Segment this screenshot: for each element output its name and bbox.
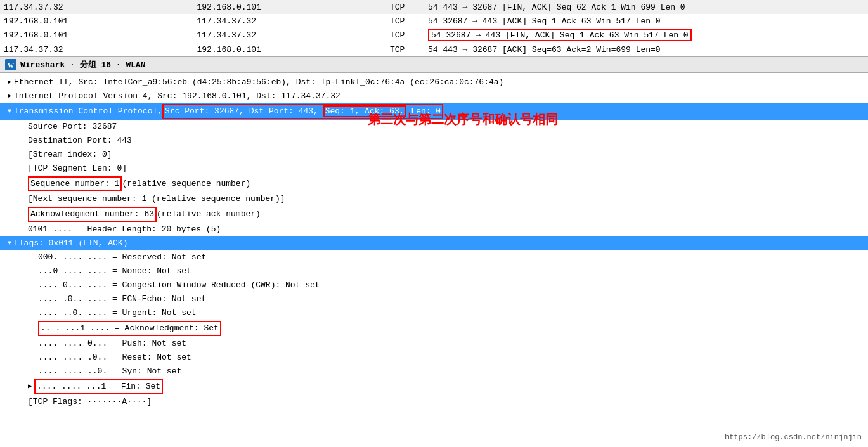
packet-src: 192.168.0.101 [0,28,193,42]
detail-row-stream-index[interactable]: [Stream index: 0] [0,148,868,162]
packet-src: 192.168.0.101 [0,14,193,28]
packet-protocol: TCP [386,0,424,14]
ack-flag-box: .. . ...1 .... = Acknowledgment: Set [38,321,221,336]
detail-row-seq-num[interactable]: Sequence number: 1 (relative sequence nu… [0,176,868,192]
wireshark-header: W Wireshark · 分组 16 · WLAN [0,56,868,73]
tcp-ports-box: Src Port: 32687, Dst Port: 443, Seq: 1, … [162,104,443,119]
expand-arrow[interactable]: ▼ [8,105,11,118]
detail-row-tcp-seg-len[interactable]: [TCP Segment Len: 0] [0,162,868,176]
detail-row-ethernet[interactable]: ▶Ethernet II, Src: IntelCor_a9:56:eb (d4… [0,75,868,89]
packet-info: 54 443 → 32687 [ACK] Seq=63 Ack=2 Win=69… [424,42,868,56]
packet-src: 117.34.37.32 [0,42,193,56]
packet-dst: 117.34.37.32 [193,14,387,28]
detail-row-tcp-flags-truncated[interactable]: [TCP Flags: ·······A····] [0,395,868,409]
packet-table: 117.34.37.32192.168.0.101TCP54 443 → 326… [0,0,868,56]
detail-row-push[interactable]: .... .... 0... = Push: Not set [0,337,868,351]
packet-info: 54 32687 → 443 [FIN, ACK] Seq=1 Ack=63 W… [424,28,868,42]
table-row[interactable]: 117.34.37.32192.168.0.101TCP54 443 → 326… [0,42,868,56]
detail-row-tcp[interactable]: ▼Transmission Control Protocol, Src Port… [0,103,868,120]
detail-row-next-seq[interactable]: [Next sequence number: 1 (relative seque… [0,192,868,206]
tcp-seq-inner-box: Seq: 1, Ack: 63, [323,105,406,117]
packet-dst: 192.168.0.101 [193,0,387,14]
detail-row-ack-num[interactable]: Acknowledgment number: 63 (relative ack … [0,206,868,223]
detail-row-urgent[interactable]: .... ..0. .... = Urgent: Not set [0,306,868,320]
packet-protocol: TCP [386,42,424,56]
packet-info: 54 443 → 32687 [FIN, ACK] Seq=62 Ack=1 W… [424,0,868,14]
seq-num-box: Sequence number: 1 [28,176,122,191]
table-row[interactable]: 192.168.0.101117.34.37.32TCP54 32687 → 4… [0,14,868,28]
detail-pane: ▶Ethernet II, Src: IntelCor_a9:56:eb (d4… [0,73,868,411]
ws-header-text: Wireshark · 分组 16 · WLAN [20,59,146,70]
detail-row-dst-port[interactable]: Destination Port: 443 [0,134,868,148]
detail-row-syn[interactable]: .... .... ..0. = Syn: Not set [0,365,868,379]
detail-row-nonce[interactable]: ...0 .... .... = Nonce: Not set [0,264,868,278]
packet-dst: 192.168.0.101 [193,42,387,56]
expand-arrow[interactable]: ▶ [8,90,11,103]
detail-row-reserved[interactable]: 000. .... .... = Reserved: Not set [0,250,868,264]
detail-row-header-len[interactable]: 0101 .... = Header Length: 20 bytes (5) [0,223,868,236]
table-row[interactable]: 192.168.0.101117.34.37.32TCP54 32687 → 4… [0,28,868,42]
svg-text:W: W [8,62,14,69]
packet-src: 117.34.37.32 [0,0,193,14]
detail-row-src-port[interactable]: Source Port: 32687 [0,120,868,134]
detail-row-ecn[interactable]: .... .0.. .... = ECN-Echo: Not set [0,292,868,306]
wireshark-icon: W [5,59,16,70]
packet-protocol: TCP [386,14,424,28]
detail-row-reset[interactable]: .... .... .0.. = Reset: Not set [0,351,868,365]
ack-num-box: Acknowledgment number: 63 [28,207,157,222]
packet-protocol: TCP [386,28,424,42]
detail-row-ack-flag[interactable]: .. . ...1 .... = Acknowledgment: Set [0,320,868,337]
detail-row-cwr[interactable]: .... 0... .... = Congestion Window Reduc… [0,278,868,292]
packet-info: 54 32687 → 443 [ACK] Seq=1 Ack=63 Win=51… [424,14,868,28]
expand-arrow[interactable]: ▶ [28,380,32,393]
detail-row-flags[interactable]: ▼Flags: 0x011 (FIN, ACK) [0,236,868,250]
detail-row-fin[interactable]: ▶.... .... ...1 = Fin: Set [0,379,868,395]
detail-row-ip[interactable]: ▶Internet Protocol Version 4, Src: 192.1… [0,89,868,103]
packet-dst: 117.34.37.32 [193,28,387,42]
table-row[interactable]: 117.34.37.32192.168.0.101TCP54 443 → 326… [0,0,868,14]
expand-arrow[interactable]: ▼ [8,237,11,250]
expand-arrow[interactable]: ▶ [8,76,11,89]
fin-flag-box: .... .... ...1 = Fin: Set [34,379,163,394]
